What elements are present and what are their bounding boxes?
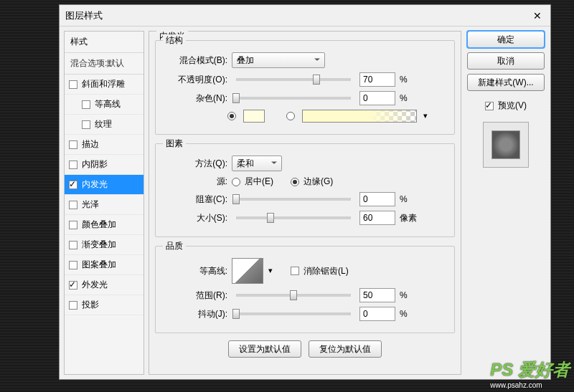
sidebar-item-checkbox[interactable] (69, 80, 77, 89)
color-swatch[interactable] (243, 110, 265, 123)
titlebar: 图层样式 ✕ (60, 5, 550, 27)
contour-picker[interactable] (232, 258, 263, 284)
color-solid-radio[interactable] (227, 112, 236, 120)
make-default-button[interactable]: 设置为默认值 (228, 340, 301, 358)
ok-button[interactable]: 确定 (467, 31, 545, 48)
close-icon[interactable]: ✕ (530, 9, 545, 23)
sidebar-item-label: 颜色叠加 (82, 219, 116, 231)
structure-group: 结构 混合模式(B): 叠加 不透明度(O): % 杂色(N): (155, 40, 455, 135)
contour-label: 等高线: (163, 265, 227, 277)
color-gradient-radio[interactable] (286, 112, 295, 120)
quality-group: 品质 等高线: 消除锯齿(L) 范围(R): % (155, 246, 455, 333)
sidebar-item-checkbox[interactable] (69, 221, 77, 229)
dialog-title: 图层样式 (65, 9, 530, 22)
choke-unit: % (400, 194, 420, 204)
sidebar-item-7[interactable]: 颜色叠加 (65, 215, 144, 235)
sidebar-item-checkbox[interactable] (69, 181, 77, 189)
noise-slider[interactable] (236, 97, 351, 100)
reset-default-button[interactable]: 复位为默认值 (309, 340, 382, 358)
styles-sidebar: 样式 混合选项:默认 斜面和浮雕等高线纹理描边内阴影内发光光泽颜色叠加渐变叠加图… (64, 31, 144, 375)
sidebar-item-checkbox[interactable] (69, 161, 77, 169)
sidebar-item-11[interactable]: 投影 (65, 295, 144, 315)
sidebar-item-1[interactable]: 等高线 (65, 95, 144, 115)
watermark-logo: PS 爱好者 (490, 360, 570, 379)
gradient-swatch[interactable] (302, 110, 417, 123)
sidebar-blending-options[interactable]: 混合选项:默认 (65, 53, 144, 75)
sidebar-item-label: 外发光 (82, 279, 108, 291)
quality-title: 品质 (163, 240, 186, 252)
range-label: 范围(R): (163, 290, 227, 302)
sidebar-item-checkbox[interactable] (69, 241, 77, 249)
choke-input[interactable] (359, 192, 395, 206)
opacity-label: 不透明度(O): (163, 74, 227, 86)
choke-label: 阻塞(C): (163, 193, 227, 206)
watermark: PS 爱好者 www.psahz.com (490, 358, 570, 389)
sidebar-item-0[interactable]: 斜面和浮雕 (65, 75, 144, 95)
sidebar-item-label: 图案叠加 (82, 259, 116, 271)
source-center-label: 居中(E) (245, 176, 273, 188)
source-edge-radio[interactable] (291, 178, 299, 186)
sidebar-item-6[interactable]: 光泽 (65, 195, 144, 215)
source-label: 源: (163, 176, 227, 188)
sidebar-item-10[interactable]: 外发光 (65, 275, 144, 295)
technique-select[interactable]: 柔和 (232, 156, 282, 171)
structure-title: 结构 (163, 34, 186, 47)
sidebar-header[interactable]: 样式 (65, 32, 144, 53)
sidebar-item-label: 斜面和浮雕 (82, 78, 125, 90)
sidebar-item-checkbox[interactable] (82, 120, 90, 129)
preview-thumbnail (483, 122, 529, 168)
range-unit: % (400, 290, 420, 300)
range-slider[interactable] (236, 294, 351, 297)
jitter-slider[interactable] (236, 312, 351, 315)
blend-mode-label: 混合模式(B): (163, 54, 227, 67)
sidebar-item-label: 光泽 (82, 199, 99, 211)
inner-glow-panel: 内发光 结构 混合模式(B): 叠加 不透明度(O): % 杂色(N): (149, 31, 461, 375)
source-center-radio[interactable] (232, 178, 240, 186)
sidebar-item-checkbox[interactable] (69, 261, 77, 269)
antialias-label: 消除锯齿(L) (304, 265, 349, 277)
blend-mode-value: 叠加 (237, 54, 254, 67)
sidebar-item-8[interactable]: 渐变叠加 (65, 235, 144, 255)
sidebar-item-checkbox[interactable] (82, 100, 90, 109)
sidebar-item-2[interactable]: 纹理 (65, 115, 144, 135)
range-input[interactable] (359, 288, 395, 302)
sidebar-item-label: 纹理 (95, 118, 112, 130)
size-unit: 像素 (400, 212, 420, 224)
watermark-url: www.psahz.com (490, 381, 570, 389)
noise-label: 杂色(N): (163, 92, 227, 105)
sidebar-item-label: 内发光 (82, 178, 108, 191)
technique-label: 方法(Q): (163, 158, 227, 170)
opacity-input[interactable] (359, 72, 395, 87)
sidebar-item-4[interactable]: 内阴影 (65, 155, 144, 175)
source-edge-label: 边缘(G) (304, 176, 333, 188)
elements-title: 图素 (163, 138, 186, 150)
noise-input[interactable] (359, 91, 395, 105)
sidebar-item-3[interactable]: 描边 (65, 135, 144, 155)
sidebar-item-label: 等高线 (95, 98, 121, 110)
size-label: 大小(S): (163, 212, 227, 224)
sidebar-item-checkbox[interactable] (69, 140, 77, 149)
size-slider[interactable] (236, 216, 351, 219)
sidebar-item-checkbox[interactable] (69, 201, 77, 209)
opacity-unit: % (400, 75, 420, 85)
jitter-input[interactable] (359, 307, 395, 321)
sidebar-item-9[interactable]: 图案叠加 (65, 255, 144, 275)
jitter-label: 抖动(J): (163, 308, 227, 320)
blend-mode-select[interactable]: 叠加 (232, 52, 325, 68)
sidebar-item-checkbox[interactable] (69, 281, 77, 290)
elements-group: 图素 方法(Q): 柔和 源: 居中(E) 边缘(G) 阻塞(C): (155, 143, 455, 237)
sidebar-item-checkbox[interactable] (69, 301, 77, 310)
opacity-slider[interactable] (236, 78, 351, 81)
layer-style-dialog: 图层样式 ✕ 样式 混合选项:默认 斜面和浮雕等高线纹理描边内阴影内发光光泽颜色… (59, 4, 551, 380)
preview-checkbox[interactable] (485, 102, 494, 110)
sidebar-item-5[interactable]: 内发光 (65, 175, 144, 195)
preview-label: 预览(V) (498, 100, 527, 112)
sidebar-item-label: 投影 (82, 299, 99, 311)
antialias-checkbox[interactable] (291, 267, 299, 275)
cancel-button[interactable]: 取消 (467, 52, 545, 70)
choke-slider[interactable] (236, 198, 351, 201)
sidebar-item-label: 渐变叠加 (82, 239, 116, 251)
size-input[interactable] (359, 211, 395, 225)
new-style-button[interactable]: 新建样式(W)... (467, 74, 545, 91)
noise-unit: % (400, 93, 420, 103)
